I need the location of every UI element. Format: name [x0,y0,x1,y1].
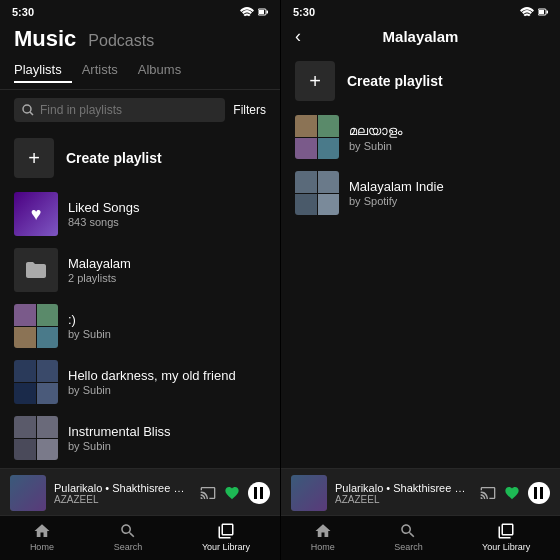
status-time-right: 5:30 [293,6,315,18]
library-icon [217,522,235,540]
status-icons-left [240,7,268,17]
filters-button[interactable]: Filters [233,103,266,117]
music-label[interactable]: Music [14,26,76,52]
search-nav-icon-right [399,522,417,540]
bottom-nav-left: Home Search Your Library [0,515,280,560]
pause-button-right[interactable] [528,482,550,504]
list-item[interactable]: :) by Subin [0,298,280,354]
wifi-icon [240,7,254,17]
item-sub: 843 songs [68,216,266,228]
svg-rect-9 [547,11,549,14]
now-playing-bar-left[interactable]: Pularikalo • Shakthisree Gopalan AZAZEEL [0,468,280,515]
nav-home-left[interactable]: Home [30,522,54,552]
item-title: മലയാളം [349,123,546,139]
nav-library-label-right: Your Library [482,542,530,552]
np-thumb-right [291,475,327,511]
left-header: Music Podcasts [0,22,280,58]
heart-icon-right[interactable] [504,485,520,501]
np-controls-right [480,482,550,504]
plus-icon-right: + [295,61,335,101]
np-title-left: Pularikalo • Shakthisree Gopalan [54,482,192,494]
folder-icon [26,262,46,278]
tab-artists[interactable]: Artists [72,60,128,83]
svg-rect-8 [539,10,544,14]
nav-home-label: Home [30,542,54,552]
item-title: Malayalam [68,256,266,271]
svg-rect-5 [254,487,257,499]
tab-albums[interactable]: Albums [128,60,191,83]
battery-icon [258,7,268,17]
search-input[interactable] [40,103,217,117]
svg-rect-1 [259,10,264,14]
right-header: ‹ Malayalam [281,22,560,53]
instrumental-thumb [14,416,58,460]
item-title: :) [68,312,266,327]
nav-library-left[interactable]: Your Library [202,522,250,552]
create-playlist-label-right: Create playlist [347,73,443,89]
cast-icon-right[interactable] [480,485,496,501]
create-playlist-row[interactable]: + Create playlist [0,130,280,186]
list-item[interactable]: ♥ Liked Songs 843 songs [0,186,280,242]
folder-thumb [14,248,58,292]
nav-search-right[interactable]: Search [394,522,423,552]
svg-rect-2 [267,11,269,14]
home-icon-right [314,522,332,540]
svg-point-3 [23,105,31,113]
item-sub: by Spotify [349,195,546,207]
pause-icon-left [254,487,264,499]
svg-line-4 [30,112,33,115]
plus-icon: + [14,138,54,178]
malayalam-indie-thumb [295,171,339,215]
search-wrap[interactable] [14,98,225,122]
smiley-thumb [14,304,58,348]
search-icon [22,104,34,116]
cast-icon[interactable] [200,485,216,501]
list-item[interactable]: Instrumental Bliss by Subin [0,410,280,466]
battery-icon-right [538,7,548,17]
search-nav-icon [119,522,137,540]
nav-search-label-right: Search [394,542,423,552]
liked-songs-thumb: ♥ [14,192,58,236]
np-sub-left: AZAZEEL [54,494,192,505]
bottom-nav-right: Home Search Your Library [281,515,560,560]
tab-playlists[interactable]: Playlists [14,60,72,83]
left-panel: 5:30 Music Podcasts Playlists Artists Al… [0,0,280,560]
status-icons-right [520,7,548,17]
item-title: Instrumental Bliss [68,424,266,439]
heart-icon[interactable] [224,485,240,501]
podcasts-label[interactable]: Podcasts [88,32,154,50]
nav-library-right[interactable]: Your Library [482,522,530,552]
pause-button-left[interactable] [248,482,270,504]
list-item[interactable]: Hello darkness, my old friend by Subin [0,354,280,410]
nav-search-left[interactable]: Search [114,522,143,552]
item-sub: by Subin [68,384,266,396]
np-controls-left [200,482,270,504]
list-item[interactable]: Malayalam 2 playlists [0,242,280,298]
item-title: Malayalam Indie [349,179,546,194]
search-row: Filters [0,90,280,130]
nav-search-label: Search [114,542,143,552]
item-sub: by Subin [68,440,266,452]
item-title: Hello darkness, my old friend [68,368,266,383]
list-item[interactable]: മലയാളം by Subin [281,109,560,165]
nav-library-label: Your Library [202,542,250,552]
nav-home-right[interactable]: Home [311,522,335,552]
np-title-right: Pularikalo • Shakthisree Gopalan [335,482,472,494]
right-playlist-list: മലയാളം by Subin Malayalam Indie by Spoti… [281,109,560,291]
back-button[interactable]: ‹ [295,26,301,47]
status-bar-left: 5:30 [0,0,280,22]
now-playing-bar-right[interactable]: Pularikalo • Shakthisree Gopalan AZAZEEL [281,468,560,515]
svg-rect-6 [260,487,263,499]
item-sub: by Subin [68,328,266,340]
right-panel: 5:30 ‹ Malayalam + Create playlist [280,0,560,560]
svg-rect-11 [540,487,543,499]
pause-icon-right [534,487,544,499]
spacer [281,291,560,469]
item-sub: by Subin [349,140,546,152]
tabs-row: Playlists Artists Albums [0,58,280,90]
library-icon-right [497,522,515,540]
list-item[interactable]: Malayalam Indie by Spotify [281,165,560,221]
create-playlist-label: Create playlist [66,150,162,166]
np-sub-right: AZAZEEL [335,494,472,505]
create-playlist-row-right[interactable]: + Create playlist [281,53,560,109]
